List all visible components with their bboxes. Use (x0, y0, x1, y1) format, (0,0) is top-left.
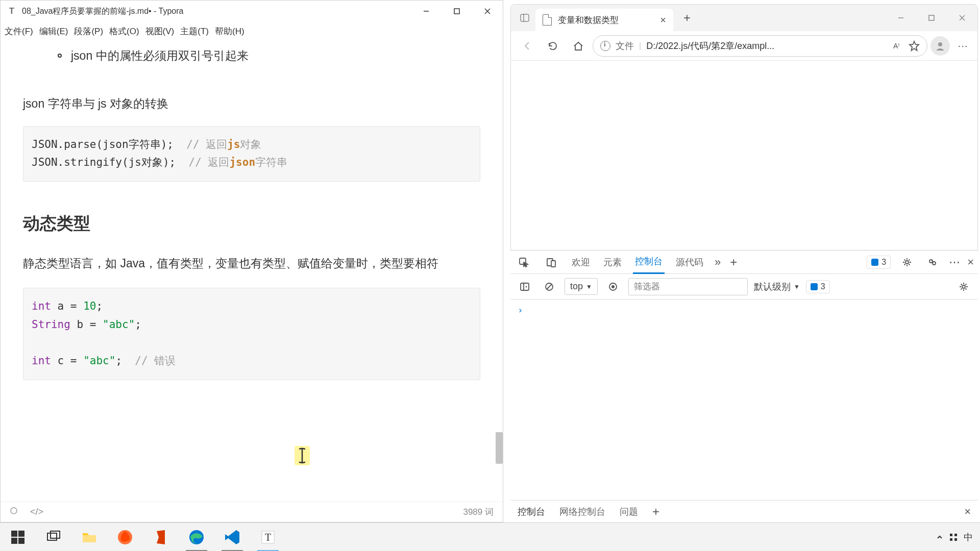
drawer-tab-console[interactable]: 控制台 (518, 506, 545, 518)
devtools-tabbar: 欢迎 元素 控制台 源代码 » + 3 ⋯ × (510, 251, 978, 274)
tab-sources[interactable]: 源代码 (674, 251, 705, 273)
tab-console[interactable]: 控制台 (633, 250, 665, 274)
svg-rect-33 (83, 535, 96, 542)
typora-menubar: 文件(F) 编辑(E) 段落(P) 格式(O) 视图(V) 主题(T) 帮助(H… (1, 22, 503, 40)
live-expression-icon[interactable] (604, 278, 622, 296)
feedback-icon[interactable] (923, 253, 942, 271)
tab-elements[interactable]: 元素 (601, 251, 624, 273)
read-aloud-icon[interactable]: A⁾ (892, 40, 903, 52)
drawer-close-icon[interactable]: × (964, 505, 971, 518)
tray-grid-icon[interactable] (949, 533, 958, 541)
maximize-button[interactable] (442, 1, 472, 22)
new-tab-button[interactable]: + (677, 8, 697, 28)
system-tray: 中 (936, 531, 980, 543)
tab-title: 变量和数据类型 (558, 14, 660, 26)
log-level-selector[interactable]: 默认级别 ▼ (754, 281, 800, 293)
inspect-element-icon[interactable] (514, 253, 533, 271)
file-explorer-button[interactable] (71, 523, 107, 552)
more-menu-button[interactable]: ⋯ (953, 36, 972, 56)
message-icon (871, 259, 878, 266)
svg-text:T: T (265, 532, 271, 543)
code-block-json[interactable]: JSON.parse(json字符串); // 返回js对象 JSON.stri… (23, 126, 480, 182)
typora-statusbar: </> 3989 词 (1, 502, 503, 522)
typora-button[interactable]: T (250, 523, 286, 552)
filter-input[interactable] (628, 278, 748, 295)
paragraph-static-type[interactable]: 静态类型语言，如 Java，值有类型，变量也有类型、赋值给变量时，类型要相符 (23, 254, 480, 273)
typora-title: 08_Java程序员要掌握的前端-js.md• - Typora (22, 6, 184, 17)
edge-minimize-button[interactable] (886, 7, 916, 29)
source-mode-icon[interactable]: </> (30, 507, 43, 517)
bullet-text[interactable]: json 中的属性必须用双引号引起来 (71, 46, 249, 65)
addr-url: D:/2022.js/代码/第2章/exampl... (646, 40, 887, 52)
refresh-button[interactable] (542, 35, 564, 57)
code-block-java[interactable]: int a = 10; String b = "abc"; int c = "a… (23, 288, 480, 380)
menu-edit[interactable]: 编辑(E) (39, 26, 68, 37)
text-cursor-icon (295, 446, 310, 465)
context-selector[interactable]: top ▼ (565, 278, 598, 295)
console-body[interactable]: › (510, 299, 978, 320)
clear-console-icon[interactable] (540, 278, 558, 296)
vscode-button[interactable] (214, 523, 250, 552)
issues-badge[interactable]: 3 (867, 256, 891, 269)
drawer-add-icon[interactable]: + (652, 505, 659, 519)
dropdown-icon: ▼ (794, 283, 800, 290)
close-button[interactable] (472, 1, 503, 22)
heading-dynamic-type[interactable]: 动态类型 (23, 212, 480, 235)
menu-file[interactable]: 文件(F) (5, 26, 33, 37)
scrollbar-thumb[interactable] (496, 432, 503, 464)
devtools-panel: 欢迎 元素 控制台 源代码 » + 3 ⋯ × top ▼ 默认级别 ▼ (510, 250, 978, 522)
svg-rect-39 (954, 534, 957, 536)
favorite-icon[interactable] (909, 40, 920, 52)
console-settings-icon[interactable] (954, 278, 973, 296)
edge-tabbar: 变量和数据类型 × + (511, 5, 977, 31)
edge-maximize-button[interactable] (916, 7, 947, 29)
drawer-tab-issues[interactable]: 问题 (620, 506, 638, 518)
address-bar[interactable]: 文件 | D:/2022.js/代码/第2章/exampl... A⁾ (593, 35, 927, 57)
addr-label: 文件 (616, 40, 634, 52)
menu-theme[interactable]: 主题(T) (180, 26, 209, 37)
menu-view[interactable]: 视图(V) (145, 26, 175, 37)
add-tab-icon[interactable]: + (730, 255, 737, 269)
issues-count[interactable]: 3 (806, 280, 830, 293)
home-button[interactable] (567, 35, 590, 57)
start-button[interactable] (0, 523, 36, 552)
menu-format[interactable]: 格式(O) (109, 26, 139, 37)
menu-paragraph[interactable]: 段落(P) (74, 26, 103, 37)
edge-button[interactable] (179, 523, 214, 552)
devtools-close-icon[interactable]: × (967, 256, 974, 269)
site-info-icon[interactable] (600, 41, 610, 51)
outline-toggle-icon[interactable] (10, 507, 18, 517)
back-button[interactable] (516, 35, 538, 57)
browser-tab[interactable]: 变量和数据类型 × (535, 9, 673, 31)
drawer-tab-network[interactable]: 网络控制台 (559, 506, 605, 518)
typora-window: T 08_Java程序员要掌握的前端-js.md• - Typora 文件(F)… (0, 0, 503, 522)
device-toggle-icon[interactable] (542, 253, 560, 271)
task-view-button[interactable] (36, 523, 71, 552)
svg-rect-20 (521, 283, 529, 290)
page-content (511, 61, 977, 255)
tray-overflow-icon[interactable] (936, 534, 943, 541)
typora-content[interactable]: json 中的属性必须用双引号引起来 json 字符串与 js 对象的转换 JS… (1, 40, 503, 489)
word-count[interactable]: 3989 词 (463, 506, 494, 518)
menu-help[interactable]: 帮助(H) (215, 26, 244, 37)
profile-button[interactable] (930, 36, 950, 56)
tab-close-icon[interactable]: × (660, 14, 666, 26)
devtools-menu-icon[interactable]: ⋯ (949, 256, 960, 269)
ime-indicator[interactable]: 中 (964, 531, 973, 543)
bullet-icon (58, 54, 62, 58)
minimize-button[interactable] (411, 1, 442, 22)
tab-actions-icon[interactable] (514, 7, 535, 29)
firefox-button[interactable] (107, 523, 143, 552)
tab-welcome[interactable]: 欢迎 (570, 251, 592, 273)
svg-rect-6 (521, 14, 529, 21)
office-button[interactable] (143, 523, 179, 552)
section-heading[interactable]: json 字符串与 js 对象的转换 (23, 96, 480, 112)
svg-rect-28 (18, 531, 24, 537)
typora-titlebar[interactable]: T 08_Java程序员要掌握的前端-js.md• - Typora (1, 1, 503, 22)
sidebar-toggle-icon[interactable] (516, 278, 534, 296)
svg-rect-31 (47, 533, 57, 540)
settings-icon[interactable] (898, 253, 916, 271)
svg-point-5 (11, 508, 17, 514)
more-tabs-icon[interactable]: » (715, 256, 721, 269)
edge-close-button[interactable] (947, 7, 977, 29)
